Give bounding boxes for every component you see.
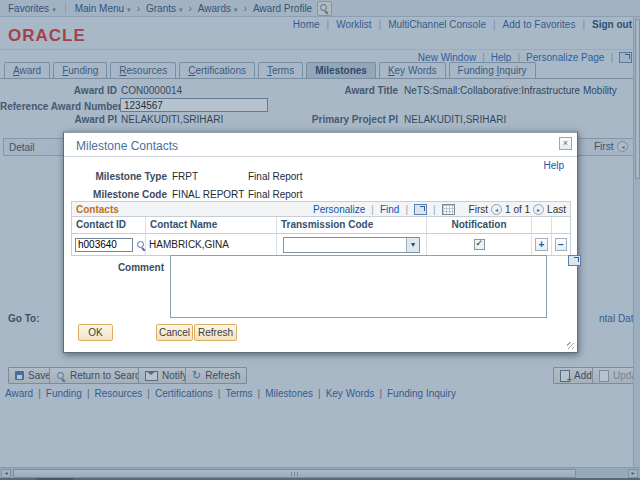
view-all-popup-icon[interactable]: [414, 204, 427, 215]
grid-toolbar: Personalize Find First 1 of 1 Last: [313, 204, 566, 215]
contacts-grid-column-headers: Contact ID Contact Name Transmission Cod…: [71, 217, 571, 234]
column-header-delete: [552, 217, 570, 233]
contact-id-cell: [72, 234, 146, 255]
delete-row-button[interactable]: [555, 238, 567, 251]
lookup-magnifier-icon[interactable]: [136, 240, 146, 250]
grid-pager: First 1 of 1 Last: [469, 204, 566, 215]
contact-id-input[interactable]: [75, 238, 133, 252]
close-icon[interactable]: [559, 137, 572, 150]
contact-name-cell: HAMBRICK,GINA: [146, 234, 277, 255]
column-header-add: [532, 217, 552, 233]
resize-grip-icon[interactable]: [567, 342, 574, 349]
pager-count: 1 of 1: [505, 204, 530, 215]
pager-last-label: Last: [547, 204, 566, 215]
milestone-type-label: Milestone Type: [64, 171, 167, 182]
contacts-grid: Contacts Personalize Find First 1 of 1 L…: [71, 201, 571, 256]
table-row: HAMBRICK,GINA: [71, 234, 571, 256]
transmission-code-cell: [277, 234, 427, 255]
add-row-button[interactable]: [535, 238, 548, 251]
separator: [431, 204, 438, 215]
find-link[interactable]: Find: [380, 204, 399, 215]
dialog-refresh-button[interactable]: Refresh: [194, 324, 237, 341]
transmission-code-select[interactable]: [283, 237, 420, 253]
personalize-link[interactable]: Personalize: [313, 204, 365, 215]
cancel-button[interactable]: Cancel: [156, 324, 193, 341]
milestone-type-value: FRPT: [172, 171, 198, 182]
column-header-contact-id: Contact ID: [72, 217, 146, 233]
comment-label: Comment: [64, 262, 164, 273]
dialog-title: Milestone Contacts: [76, 139, 178, 153]
download-grid-icon[interactable]: [442, 204, 455, 215]
milestone-code-label: Milestone Code: [64, 189, 167, 200]
application-window: Favorites Main Menu Grants Awards Award …: [0, 0, 640, 480]
column-header-contact-name: Contact Name: [146, 217, 277, 233]
separator: [369, 204, 376, 215]
contacts-grid-title: Contacts: [76, 204, 119, 215]
ok-button[interactable]: OK: [78, 324, 113, 341]
column-header-transmission-code: Transmission Code: [277, 217, 427, 233]
dialog-title-divider: [64, 156, 577, 157]
milestone-code-value: FINAL REPORT: [172, 189, 244, 200]
column-header-notification: Notification: [427, 217, 532, 233]
separator: [403, 204, 410, 215]
pager-first-label: First: [469, 204, 488, 215]
comment-expand-icon[interactable]: [568, 255, 581, 266]
milestone-code-description: Final Report: [248, 189, 302, 200]
milestone-contacts-dialog: Milestone Contacts Help Milestone Type F…: [63, 131, 578, 353]
dialog-help-link[interactable]: Help: [543, 160, 564, 171]
chevron-down-icon[interactable]: [406, 238, 419, 252]
contacts-grid-header-bar: Contacts Personalize Find First 1 of 1 L…: [71, 201, 571, 217]
notification-cell: [427, 234, 532, 255]
add-row-cell: [532, 234, 552, 255]
comment-textarea[interactable]: [170, 255, 547, 318]
next-row-icon[interactable]: [533, 204, 544, 215]
milestone-type-description: Final Report: [248, 171, 302, 182]
delete-row-cell: [552, 234, 570, 255]
notification-checkbox[interactable]: [474, 239, 485, 250]
previous-row-icon[interactable]: [491, 204, 502, 215]
